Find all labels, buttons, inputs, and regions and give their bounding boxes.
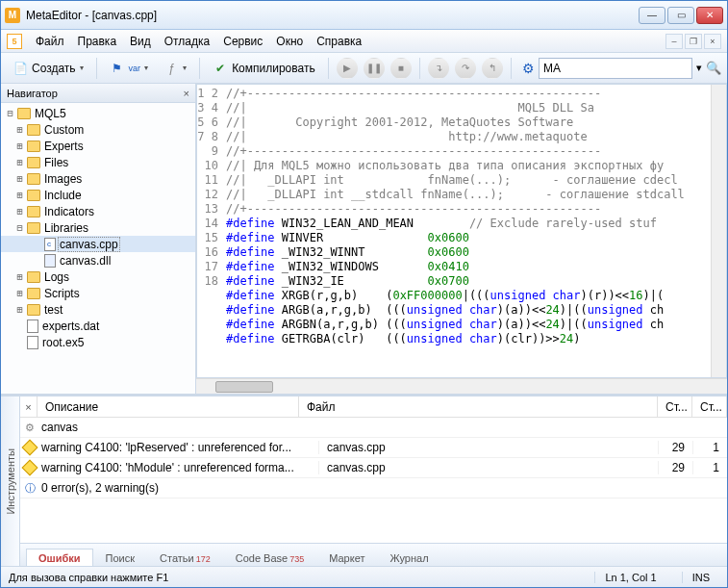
menu-service[interactable]: Сервис — [223, 35, 263, 48]
gear-icon[interactable]: ⚙ — [522, 61, 535, 76]
folder-icon — [27, 222, 40, 234]
tree-item[interactable]: ⊞Images — [1, 170, 195, 187]
tree-item[interactable]: canvas.dll — [1, 252, 195, 268]
col-line[interactable]: Ст... — [658, 396, 692, 417]
folder-icon — [27, 288, 40, 299]
errors-list[interactable]: ⚙canvaswarning C4100: 'lpReserved' : unr… — [20, 418, 727, 543]
error-row[interactable]: warning C4100: 'hModule' : unreferenced … — [20, 458, 727, 478]
vertical-scrollbar[interactable] — [711, 85, 726, 377]
errors-header: × Описание Файл Ст... Ст... — [20, 396, 727, 418]
file-icon — [44, 254, 56, 268]
expand-icon[interactable]: ⊞ — [14, 271, 25, 282]
search-input[interactable] — [539, 58, 692, 79]
minimize-button[interactable]: — — [639, 7, 665, 24]
tree-item[interactable]: ⊞Files — [1, 154, 195, 170]
expand-icon[interactable]: ⊞ — [14, 124, 25, 135]
pause-button[interactable]: ❚❚ — [364, 58, 385, 79]
new-file-icon: 📄 — [13, 61, 28, 76]
folder-icon — [27, 157, 40, 168]
expand-icon[interactable]: ⊟ — [5, 108, 15, 118]
menu-edit[interactable]: Правка — [78, 35, 117, 48]
run-button[interactable]: ▶ — [337, 58, 358, 79]
mdi-close-button[interactable]: × — [704, 34, 721, 49]
tree-item[interactable]: ⊞Custom — [1, 121, 195, 138]
stop-button[interactable]: ■ — [390, 58, 412, 79]
folder-icon — [27, 304, 40, 316]
tree-item[interactable]: ⊞Scripts — [1, 285, 195, 301]
expand-icon[interactable]: ⊞ — [14, 173, 25, 184]
expand-icon[interactable]: ⊞ — [14, 190, 25, 200]
titlebar[interactable]: M MetaEditor - [canvas.cpp] — ▭ ✕ — [1, 1, 727, 30]
tree-item[interactable]: ⊞Experts — [1, 138, 195, 154]
step-out-button[interactable]: ↰ — [482, 58, 503, 79]
expand-icon[interactable]: ⊟ — [14, 222, 25, 233]
search-icon[interactable]: 🔍 — [706, 61, 721, 75]
status-ins: INS — [682, 572, 719, 583]
menu-file[interactable]: Файл — [36, 35, 64, 48]
main-area: Навигатор × ⊟MQL5⊞Custom⊞Experts⊞Files⊞I… — [1, 84, 727, 394]
tree-item[interactable]: ⊟MQL5 — [1, 105, 195, 121]
expand-icon[interactable]: ⊞ — [14, 157, 25, 167]
tree-item[interactable]: root.ex5 — [1, 334, 195, 350]
toolbar: 📄Создать▾ ⚑var▾ ƒ▾ ✔Компилировать ▶ ❚❚ ■… — [1, 53, 727, 84]
file-icon — [27, 336, 38, 349]
horizontal-scrollbar[interactable] — [196, 378, 727, 394]
error-row[interactable]: ⓘ0 error(s), 2 warning(s) — [20, 478, 727, 499]
menu-view[interactable]: Вид — [130, 35, 151, 48]
folder-icon — [27, 190, 40, 201]
error-row[interactable]: warning C4100: 'lpReserved' : unreferenc… — [20, 438, 727, 458]
function-icon: ƒ — [163, 61, 179, 76]
tree-item[interactable]: experts.dat — [1, 318, 195, 334]
tree-item[interactable]: ⊞Logs — [1, 268, 195, 285]
code-area[interactable]: //+-------------------------------------… — [222, 85, 711, 377]
error-row[interactable]: ⚙canvas — [20, 418, 727, 438]
gear-icon: ⚙ — [25, 422, 35, 434]
maximize-button[interactable]: ▭ — [667, 7, 694, 24]
menu-help[interactable]: Справка — [316, 35, 362, 48]
step-into-button[interactable]: ↴ — [428, 58, 449, 79]
mdi-minimize-button[interactable]: – — [665, 34, 683, 49]
tab-market[interactable]: Маркет — [316, 549, 377, 566]
col-col[interactable]: Ст... — [692, 396, 727, 417]
folder-icon — [27, 271, 40, 283]
navigator-tree[interactable]: ⊟MQL5⊞Custom⊞Experts⊞Files⊞Images⊞Includ… — [1, 103, 195, 394]
tree-item[interactable]: canvas.cpp — [1, 236, 195, 252]
tab-search[interactable]: Поиск — [93, 549, 147, 566]
var-button[interactable]: ⚑var▾ — [104, 57, 155, 80]
tab-errors[interactable]: Ошибки — [26, 549, 93, 566]
panel-close-button[interactable]: × — [20, 396, 38, 417]
app-window: M MetaEditor - [canvas.cpp] — ▭ ✕ 5 Файл… — [0, 0, 728, 588]
check-icon: ✔ — [213, 61, 228, 76]
tree-item[interactable]: ⊞Indicators — [1, 203, 195, 219]
flag-icon: ⚑ — [110, 61, 125, 76]
expand-icon[interactable]: ⊞ — [14, 288, 25, 298]
expand-icon[interactable]: ⊞ — [14, 206, 25, 217]
mdi-restore-button[interactable]: ❐ — [685, 34, 702, 49]
output-tabs: Ошибки Поиск Статьи172 Code Base735 Марк… — [20, 543, 727, 566]
tree-item[interactable]: ⊞Include — [1, 187, 195, 203]
close-button[interactable]: ✕ — [696, 7, 723, 24]
menu-debug[interactable]: Отладка — [164, 35, 210, 48]
tab-journal[interactable]: Журнал — [377, 549, 440, 566]
fn-button[interactable]: ƒ▾ — [158, 57, 192, 80]
menu-window[interactable]: Окно — [276, 35, 303, 48]
warning-icon — [22, 460, 38, 476]
compile-button[interactable]: ✔Компилировать — [207, 57, 321, 80]
tree-item[interactable]: ⊟Libraries — [1, 219, 195, 236]
info-icon: ⓘ — [25, 481, 36, 496]
col-file[interactable]: Файл — [299, 396, 658, 417]
expand-icon[interactable]: ⊞ — [14, 304, 25, 315]
search-dropdown[interactable]: ▾ — [696, 62, 702, 74]
expand-icon[interactable]: ⊞ — [14, 141, 25, 151]
panel-sidebar: Инструменты — [1, 396, 20, 566]
step-over-button[interactable]: ↷ — [455, 58, 476, 79]
code-editor[interactable]: 1 2 3 4 5 6 7 8 9 10 11 12 13 14 15 16 1… — [196, 84, 727, 378]
navigator-close-button[interactable]: × — [184, 88, 189, 99]
col-description[interactable]: Описание — [38, 396, 299, 417]
tree-item[interactable]: ⊞test — [1, 301, 195, 318]
tab-codebase[interactable]: Code Base735 — [223, 549, 316, 566]
app-small-icon: 5 — [7, 34, 22, 49]
create-button[interactable]: 📄Создать▾ — [7, 57, 89, 80]
tab-articles[interactable]: Статьи172 — [147, 549, 223, 566]
status-position: Ln 1, Col 1 — [594, 572, 665, 583]
